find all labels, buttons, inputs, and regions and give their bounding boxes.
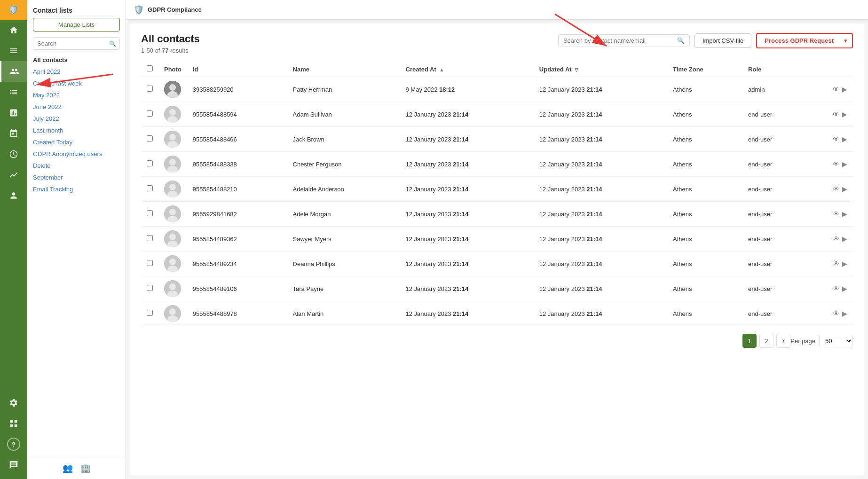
row-checkbox[interactable] bbox=[147, 110, 153, 117]
row-checkbox-cell bbox=[141, 227, 158, 251]
nav-lists[interactable] bbox=[0, 82, 27, 102]
row-checkbox-cell bbox=[141, 276, 158, 301]
view-icon[interactable]: 👁 bbox=[833, 135, 839, 143]
sidebar-contacts-icon[interactable]: 👥 bbox=[63, 463, 73, 473]
svg-point-7 bbox=[169, 134, 176, 141]
contacts-table: Photo Id Name Created At ▲ Updated At ▽ … bbox=[141, 62, 853, 326]
nav-reports[interactable] bbox=[0, 165, 27, 185]
row-checkbox[interactable] bbox=[147, 310, 153, 316]
row-checkbox[interactable] bbox=[147, 160, 153, 166]
row-id: 9555854489234 bbox=[187, 251, 287, 276]
sidebar-item-delete[interactable]: Delete bbox=[33, 160, 120, 171]
view-icon[interactable]: 👁 bbox=[833, 235, 839, 243]
row-role: end-user bbox=[742, 301, 806, 326]
gdpr-dropdown-button[interactable]: ▾ bbox=[839, 33, 853, 48]
navigate-icon[interactable]: ▶ bbox=[842, 135, 847, 143]
per-page-label: Per page bbox=[790, 338, 815, 345]
actions-column-header bbox=[806, 62, 853, 77]
row-actions: 👁▶ bbox=[806, 301, 853, 326]
row-id: 9555854489362 bbox=[187, 227, 287, 251]
page-2-button[interactable]: 2 bbox=[759, 334, 773, 348]
view-icon[interactable]: 👁 bbox=[833, 310, 839, 317]
created-at-column-header[interactable]: Created At ▲ bbox=[400, 62, 534, 77]
gdpr-button-group: Process GDPR Request ▾ bbox=[756, 33, 853, 48]
row-checkbox-cell bbox=[141, 77, 158, 102]
row-role: end-user bbox=[742, 276, 806, 301]
row-created-at: 12 January 2023 21:14 bbox=[400, 127, 534, 152]
row-checkbox[interactable] bbox=[147, 235, 153, 241]
navigate-icon[interactable]: ▶ bbox=[842, 310, 847, 317]
row-checkbox[interactable] bbox=[147, 86, 153, 92]
sidebar: Contact lists Manage Lists 🔍 All contact… bbox=[27, 0, 126, 479]
app-title: GDPR Compliance bbox=[148, 6, 202, 13]
row-name: Sawyer Myers bbox=[287, 227, 400, 251]
nav-settings[interactable] bbox=[0, 393, 27, 413]
navigate-icon[interactable]: ▶ bbox=[842, 185, 847, 193]
sidebar-search-input[interactable] bbox=[33, 37, 120, 50]
sidebar-item-email_tracking[interactable]: Email Tracking bbox=[33, 184, 120, 195]
navigate-icon[interactable]: ▶ bbox=[842, 160, 847, 168]
row-timezone: Athens bbox=[667, 127, 742, 152]
avatar bbox=[164, 81, 181, 98]
row-checkbox-cell bbox=[141, 251, 158, 276]
manage-lists-button[interactable]: Manage Lists bbox=[33, 18, 120, 31]
sidebar-item-july2022[interactable]: July 2022 bbox=[33, 113, 120, 124]
navigate-icon[interactable]: ▶ bbox=[842, 210, 847, 218]
nav-calendar[interactable] bbox=[0, 123, 27, 144]
sidebar-item-last_month[interactable]: Last month bbox=[33, 125, 120, 136]
per-page-select[interactable]: 50 25 100 bbox=[819, 335, 853, 347]
row-checkbox[interactable] bbox=[147, 210, 153, 216]
sidebar-item-created_last_week[interactable]: Created last week bbox=[33, 78, 120, 89]
search-icon: 🔍 bbox=[677, 37, 685, 44]
sidebar-item-september[interactable]: September bbox=[33, 172, 120, 183]
sidebar-item-all[interactable]: All contacts bbox=[33, 55, 120, 65]
row-checkbox[interactable] bbox=[147, 135, 153, 141]
view-icon[interactable]: 👁 bbox=[833, 160, 839, 168]
select-all-checkbox[interactable] bbox=[147, 65, 153, 71]
row-checkbox[interactable] bbox=[147, 185, 153, 191]
import-csv-button[interactable]: Import CSV-file bbox=[694, 33, 751, 48]
nav-team[interactable] bbox=[0, 185, 27, 206]
nav-home[interactable] bbox=[0, 20, 27, 40]
navigate-icon[interactable]: ▶ bbox=[842, 86, 847, 93]
nav-help[interactable]: ? bbox=[7, 438, 20, 451]
view-icon[interactable]: 👁 bbox=[833, 285, 839, 292]
search-box[interactable]: 🔍 bbox=[558, 34, 690, 47]
view-icon[interactable]: 👁 bbox=[833, 110, 839, 118]
sidebar-building-icon[interactable]: 🏢 bbox=[80, 463, 91, 473]
view-icon[interactable]: 👁 bbox=[833, 210, 839, 218]
sidebar-item-gdpr_anonymized[interactable]: GDPR Anonymized users bbox=[33, 149, 120, 159]
navigate-icon[interactable]: ▶ bbox=[842, 235, 847, 243]
nav-clock[interactable] bbox=[0, 144, 27, 165]
row-photo-cell bbox=[158, 102, 187, 127]
navigate-icon[interactable]: ▶ bbox=[842, 260, 847, 267]
search-input[interactable] bbox=[563, 37, 674, 44]
nav-analytics[interactable] bbox=[0, 102, 27, 123]
navigate-icon[interactable]: ▶ bbox=[842, 285, 847, 292]
nav-menu[interactable] bbox=[0, 40, 27, 61]
row-created-at: 12 January 2023 21:14 bbox=[400, 227, 534, 251]
view-icon[interactable]: 👁 bbox=[833, 86, 839, 93]
nav-chat[interactable] bbox=[0, 455, 27, 475]
row-name: Patty Herrman bbox=[287, 77, 400, 102]
page-1-button[interactable]: 1 bbox=[742, 334, 757, 348]
row-checkbox[interactable] bbox=[147, 285, 153, 291]
nav-grid[interactable] bbox=[0, 413, 27, 434]
navigate-icon[interactable]: ▶ bbox=[842, 110, 847, 118]
nav-contacts[interactable] bbox=[0, 61, 27, 82]
process-gdpr-button[interactable]: Process GDPR Request bbox=[756, 33, 841, 48]
sidebar-item-may2022[interactable]: May 2022 bbox=[33, 90, 120, 101]
row-checkbox[interactable] bbox=[147, 260, 153, 266]
next-page-button[interactable]: › bbox=[776, 334, 790, 348]
sidebar-item-june2022[interactable]: June 2022 bbox=[33, 102, 120, 112]
sidebar-item-april2022[interactable]: April 2022 bbox=[33, 66, 120, 77]
updated-at-column-header[interactable]: Updated At ▽ bbox=[534, 62, 667, 77]
view-icon[interactable]: 👁 bbox=[833, 185, 839, 193]
row-photo-cell bbox=[158, 77, 187, 102]
row-actions: 👁▶ bbox=[806, 102, 853, 127]
row-role: end-user bbox=[742, 102, 806, 127]
table-row: 9555854488978Alan Martin12 January 2023 … bbox=[141, 301, 853, 326]
sidebar-item-created_today[interactable]: Created Today bbox=[33, 137, 120, 148]
title-block: All contacts 1-50 of 77 results bbox=[141, 33, 200, 54]
view-icon[interactable]: 👁 bbox=[833, 260, 839, 267]
